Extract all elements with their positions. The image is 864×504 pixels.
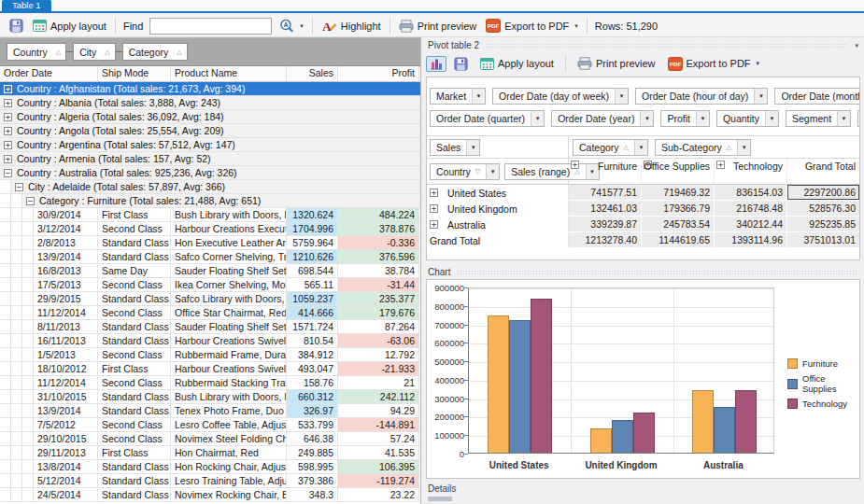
highlight-button[interactable]: AHighlight — [317, 18, 386, 35]
column-field-category[interactable]: Category△▼ — [573, 139, 648, 156]
table-row[interactable]: 13/9/2014Standard ClassTenex Photo Frame… — [0, 404, 420, 418]
table-row[interactable]: 2/8/2013Standard ClassHon Executive Leat… — [0, 236, 420, 250]
collapse-icon[interactable]: − — [26, 197, 35, 205]
group-row[interactable]: +Country : Armenia (Total sales: 157, Av… — [0, 152, 420, 166]
filter-field-market[interactable]: Market▼ — [430, 88, 486, 105]
table-row[interactable]: 7/5/2012Second ClassLesro Coffee Table, … — [0, 418, 420, 432]
chart-bar-technology[interactable] — [735, 390, 757, 453]
table-row[interactable]: 29/9/2015Standard ClassSafco Library wit… — [0, 292, 420, 306]
pivot-row-header-australia[interactable]: +Australia — [427, 217, 569, 232]
chart-bar-office-supplies[interactable] — [714, 407, 735, 453]
table-row[interactable]: 11/12/2014Second ClassRubbermaid Stackin… — [0, 376, 420, 390]
expand-icon[interactable]: + — [4, 85, 12, 93]
filter-field-segment[interactable]: Segment▼ — [786, 110, 851, 127]
table-row[interactable]: 31/10/2015Standard ClassBush Library wit… — [0, 390, 420, 404]
expand-icon[interactable]: + — [430, 204, 438, 213]
table-row[interactable]: 5/12/2014Standard ClassLesro Training Ta… — [0, 474, 420, 488]
chart-bar-technology[interactable] — [531, 299, 552, 453]
chart-bar-technology[interactable] — [633, 413, 655, 453]
table-row[interactable]: 3/12/2014Second ClassHarbour Creations E… — [0, 222, 420, 236]
pivot-value-cell[interactable]: 741577.51 — [569, 185, 642, 201]
group-row[interactable]: +Country : Algeria (Total sales: 36,092,… — [0, 110, 420, 124]
row-field-country[interactable]: Country▽▼ — [430, 163, 500, 180]
dropdown-arrow-icon[interactable]: ▾ — [574, 22, 578, 30]
group-row[interactable]: −City : Adelaide (Total sales: 57,897, A… — [0, 180, 420, 194]
pivot-value-cell[interactable]: 836154.03 — [715, 185, 787, 201]
column-header-profit[interactable]: Profit — [338, 66, 419, 81]
filter-field-order-date-hour-of-day-[interactable]: Order Date (hour of day)▼ — [635, 88, 768, 105]
expand-icon[interactable]: + — [571, 161, 579, 169]
chart-bar-furniture[interactable] — [488, 315, 509, 453]
pivot-print-preview-button[interactable]: Print preview — [573, 55, 660, 72]
table-row[interactable]: 1/5/2013Second ClassRubbermaid Frame, Du… — [0, 348, 420, 362]
dropdown-arrow-icon[interactable]: ▾ — [300, 22, 304, 30]
pivot-value-cell[interactable]: 925235.85 — [787, 217, 860, 232]
group-field-city[interactable]: City△ — [73, 43, 115, 61]
pivot-value-cell[interactable]: 132461.03 — [569, 201, 642, 217]
dropdown-arrow-icon[interactable]: ▾ — [757, 60, 760, 67]
details-panel-header[interactable]: Details — [426, 483, 860, 495]
panel-collapse-icon[interactable]: ▾ — [855, 42, 858, 49]
field-dropdown-icon[interactable]: ▼ — [640, 111, 653, 126]
pivot-column-header-office-supplies[interactable]: +Office Supplies — [642, 159, 715, 184]
group-row[interactable]: −Category : Furniture (Total sales: 21,4… — [0, 194, 420, 208]
group-row[interactable]: −Country : Australia (Total sales: 925,2… — [0, 166, 420, 180]
table-row[interactable]: 18/10/2012First ClassHarbour Creations S… — [0, 362, 420, 376]
expand-icon[interactable]: + — [4, 127, 12, 135]
filter-field-order-date-day-of-week-[interactable]: Order Date (day of week)▼ — [492, 88, 629, 105]
pivot-row-header-united-kingdom[interactable]: +United Kingdom — [427, 201, 569, 217]
find-input[interactable] — [149, 18, 272, 35]
pivot-column-header-grand-total[interactable]: Grand Total — [787, 159, 860, 184]
pivot-value-cell[interactable]: 179366.79 — [642, 201, 715, 217]
expand-icon[interactable]: + — [716, 161, 725, 169]
chart-bar-office-supplies[interactable] — [509, 320, 531, 453]
field-dropdown-icon[interactable]: ▼ — [696, 111, 709, 126]
group-row[interactable]: +Country : Afghanistan (Total sales: 21,… — [0, 82, 420, 96]
pivot-row-header-united-states[interactable]: +United States — [427, 185, 569, 201]
filter-field-quantity[interactable]: Quantity▼ — [716, 110, 779, 127]
field-dropdown-icon[interactable]: ▼ — [486, 164, 499, 179]
table-row[interactable]: 8/11/2013Standard ClassSauder Floating S… — [0, 320, 420, 334]
pivot-panel-header[interactable]: Pivot table 2 ▾ — [426, 39, 860, 51]
column-header-product-name[interactable]: Product Name — [171, 66, 287, 81]
pivot-column-header-technology[interactable]: +Technology — [715, 159, 787, 184]
pivot-save-button[interactable] — [449, 55, 473, 73]
filter-field-state[interactable]: State▼ — [857, 110, 860, 127]
field-dropdown-icon[interactable]: ▼ — [737, 140, 750, 155]
chart-bar-office-supplies[interactable] — [612, 420, 633, 453]
pivot-apply-layout-button[interactable]: Apply layout — [475, 56, 559, 72]
group-row[interactable]: +Country : Argentina (Total sales: 57,51… — [0, 138, 420, 152]
table-row[interactable]: 29/10/2015Second ClassNovimex Steel Fold… — [0, 432, 420, 446]
table-row[interactable]: 17/5/2013Second ClassIkea Corner Shelvin… — [0, 278, 420, 292]
table-row[interactable]: 30/9/2014First ClassBush Library with Do… — [0, 208, 420, 222]
pivot-value-cell[interactable]: 528576.30 — [787, 201, 860, 217]
filter-field-order-date-quarter-[interactable]: Order Date (quarter)▼ — [430, 110, 545, 127]
column-field-sub-category[interactable]: Sub-Category△▼ — [655, 139, 751, 156]
chart-toggle-button[interactable] — [426, 56, 446, 72]
pivot-value-cell[interactable]: 1144619.65 — [642, 232, 715, 248]
chart-bar-furniture[interactable] — [590, 428, 612, 453]
field-dropdown-icon[interactable]: ▼ — [615, 89, 628, 104]
tab-table-1[interactable]: Table 1 — [2, 0, 51, 11]
field-dropdown-icon[interactable]: ▼ — [765, 111, 778, 126]
expand-icon[interactable]: + — [4, 113, 12, 121]
chart-panel-header[interactable]: Chart — [426, 266, 860, 278]
filter-field-profit[interactable]: Profit▼ — [660, 110, 710, 127]
export-pdf-button[interactable]: PDFExport to PDF▾ — [481, 17, 583, 35]
pivot-value-cell[interactable]: 2297200.86 — [787, 185, 860, 201]
pivot-value-cell[interactable]: 339239.87 — [569, 217, 642, 232]
save-button[interactable] — [5, 17, 28, 35]
pivot-value-cell[interactable]: 216748.48 — [715, 201, 787, 217]
expand-icon[interactable]: + — [4, 155, 12, 163]
pivot-value-cell[interactable]: 3751013.01 — [787, 232, 860, 248]
field-dropdown-icon[interactable]: ▼ — [837, 111, 850, 126]
column-header-order-date[interactable]: Order Date — [0, 66, 98, 81]
data-field-sales[interactable]: Sales▼ — [430, 139, 480, 156]
expand-icon[interactable]: + — [4, 99, 12, 107]
filter-field-order-date-month-[interactable]: Order Date (month)▼ — [774, 88, 860, 105]
expand-icon[interactable]: + — [4, 141, 12, 149]
pivot-export-pdf-button[interactable]: PDFExport to PDF▾ — [663, 55, 765, 73]
collapse-icon[interactable]: − — [15, 183, 23, 191]
chart-bar-furniture[interactable] — [692, 390, 714, 453]
pivot-value-cell[interactable]: 1213278.40 — [569, 232, 642, 248]
